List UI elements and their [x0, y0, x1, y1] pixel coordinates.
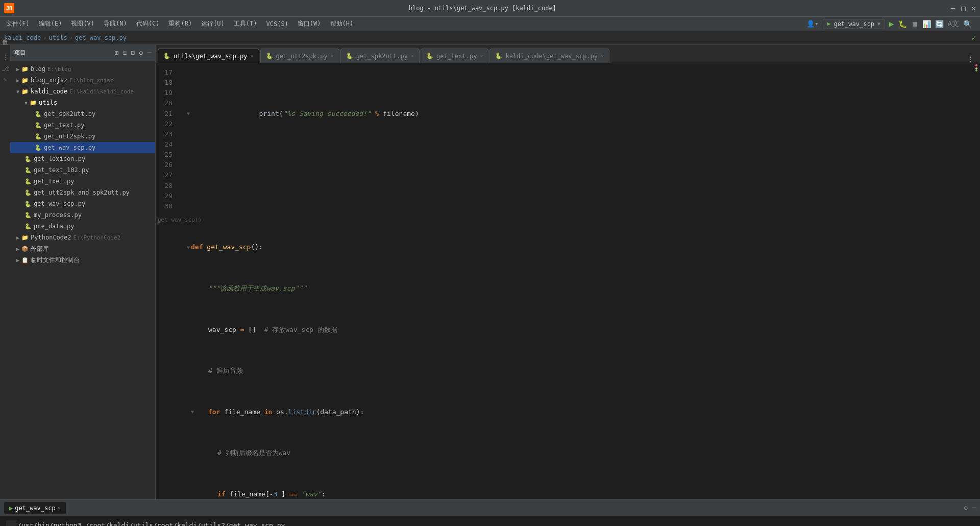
main-layout: 项目 ⋮ ⎇ ✎ 项目 ⊞ ≡ ⊟ ⚙ ─ ▶ 📁 blogE:\blog [0, 45, 980, 499]
project-label: 项目 [14, 49, 26, 57]
tree-item-blog[interactable]: ▶ 📁 blogE:\blog [10, 63, 155, 75]
tab-close-get-text[interactable]: ✕ [480, 53, 483, 59]
project-layout-icon[interactable]: ≡ [123, 49, 127, 57]
tree-item-blog-xnjsz[interactable]: ▶ 📁 blog_xnjszE:\blog_xnjsz [10, 75, 155, 86]
tree-item-get-wav-scp[interactable]: 🐍 get_wav_scp.py [10, 142, 155, 153]
code-line-18 [187, 160, 973, 170]
menu-code[interactable]: 代码(C) [132, 18, 164, 29]
menu-help[interactable]: 帮助(H) [326, 18, 358, 29]
menu-view[interactable]: 视图(V) [67, 18, 99, 29]
tree-item-my-process[interactable]: 🐍 my_process.py [10, 209, 155, 221]
tab-close-get-wav-scp[interactable]: ✕ [251, 53, 254, 59]
title-bar-right: ─ □ ✕ [951, 4, 976, 12]
menu-file[interactable]: 文件(F) [2, 18, 34, 29]
run-button[interactable]: ▶ [889, 19, 894, 29]
project-expand-all-icon[interactable]: ⊞ [115, 49, 119, 57]
translate-button[interactable]: A文 [948, 19, 959, 29]
run-config-dropdown[interactable]: ▶ get_wav_scp ▼ [823, 19, 885, 29]
tab-kaldi-code-get-wav-scp[interactable]: 🐍 kaldi_code\get_wav_scp.py ✕ [489, 49, 609, 63]
run-stop-button[interactable]: ⏹ [911, 20, 918, 28]
tree-item-get-utt2spk-spk2utt[interactable]: 🐍 get_utt2spk_and_spk2utt.py [10, 187, 155, 198]
tree-item-utils[interactable]: ▼ 📁 utils [10, 97, 155, 108]
bottom-tools-right: ⚙ ─ [964, 504, 976, 512]
tab-utils-get-wav-scp[interactable]: 🐍 utils\get_wav_scp.py ✕ [158, 49, 259, 63]
code-line-19 [187, 201, 973, 211]
breadcrumb-kaldi-code[interactable]: kaldi_code [4, 34, 41, 41]
code-editor[interactable]: ▼ print("%s Saving succeeded!" % filenam… [179, 63, 973, 499]
run-coverage-button[interactable]: 📊 [922, 20, 931, 28]
code-line-21: """该函数用于生成wav.scp""" [187, 283, 973, 294]
sidebar-todo-icon[interactable]: ✎ [4, 77, 7, 83]
gutter-error-marker [975, 64, 977, 66]
tab-get-spk2utt[interactable]: 🐍 get_spk2utt.py ✕ [340, 49, 420, 63]
tab-close-get-spk2utt[interactable]: ✕ [411, 53, 414, 59]
menu-nav[interactable]: 导航(N) [100, 18, 131, 29]
tab-close-get-utt2spk[interactable]: ✕ [331, 53, 334, 59]
tree-item-get-text-102[interactable]: 🐍 get_text_102.py [10, 164, 155, 176]
tree-item-get-txet[interactable]: 🐍 get_txet.py [10, 176, 155, 187]
settings-icon[interactable]: ⚙ [964, 504, 968, 512]
tree-item-pre-data[interactable]: 🐍 pre_data.py [10, 221, 155, 232]
share-icon[interactable]: 👤▾ [806, 20, 819, 28]
project-settings-icon[interactable]: ⚙ [139, 49, 143, 57]
tree-item-pythoncode2[interactable]: ▶ 📁 PythonCode2E:\PythonCode2 [10, 232, 155, 243]
tree-item-get-spk2utt[interactable]: 🐍 get_spk2utt.py [10, 108, 155, 119]
tree-item-get-text[interactable]: 🐍 get_text.py [10, 119, 155, 131]
menu-window[interactable]: 窗口(W) [293, 18, 325, 29]
tab-bar: 🐍 utils\get_wav_scp.py ✕ 🐍 get_utt2spk.p… [156, 45, 980, 63]
left-panel: 项目 ⊞ ≡ ⊟ ⚙ ─ ▶ 📁 blogE:\blog ▶ 📁 blog_xn… [10, 45, 156, 499]
tree-item-scratches[interactable]: ▶ 📋 临时文件和控制台 [10, 254, 155, 266]
terminal-content: ▶ 🔧 ⏹ ⏸ 📋 ⊞ 📌 ↓ /usr/bin/python3 /root/k… [0, 516, 980, 526]
project-hide-icon[interactable]: ─ [147, 49, 151, 57]
menu-run[interactable]: 运行(U) [197, 18, 229, 29]
tab-overflow-button[interactable]: ⋮ [963, 55, 978, 63]
window-title: blog - utils\get_wav_scp.py [kaldi_code] [409, 5, 556, 12]
menu-refactor[interactable]: 重构(R) [164, 18, 196, 29]
menu-edit[interactable]: 编辑(E) [35, 18, 66, 29]
file-tree: ▶ 📁 blogE:\blog ▶ 📁 blog_xnjszE:\blog_xn… [10, 61, 155, 499]
hide-panel-icon[interactable]: ─ [972, 504, 976, 512]
code-line-25: # 判断后缀名是否为wav [187, 448, 973, 458]
minimize-button[interactable]: ─ [951, 4, 955, 12]
bottom-tab-run[interactable]: ▶ get_wav_scp ✕ [4, 502, 66, 514]
code-line-26: if file_name[-3 ] == "wav": [187, 489, 973, 499]
tree-item-get-wav-scp-root[interactable]: 🐍 get_wav_scp.py [10, 198, 155, 209]
sidebar-vcs-icon[interactable]: ⎇ [2, 65, 9, 73]
run-tab-icon: ▶ [9, 505, 13, 512]
close-button[interactable]: ✕ [972, 4, 976, 12]
breadcrumb-utils[interactable]: utils [48, 34, 67, 41]
code-line-20: ▼ def get_wav_scp(): [187, 242, 973, 252]
title-bar-center: blog - utils\get_wav_scp.py [kaldi_code] [14, 5, 951, 12]
code-line-23: # 遍历音频 [187, 366, 973, 376]
gutter-ok-marker [975, 69, 977, 71]
run-tab-close[interactable]: ✕ [58, 505, 61, 511]
file-status-ok-icon: ✓ [972, 34, 976, 42]
project-header: 项目 ⊞ ≡ ⊟ ⚙ ─ [10, 45, 155, 61]
tree-item-get-lexicon[interactable]: 🐍 get_lexicon.py [10, 153, 155, 164]
terminal-line-1: /usr/bin/python3 /root/kaldi/utils/root/… [17, 520, 974, 526]
left-sidebar: 项目 ⋮ ⎇ ✎ [0, 45, 10, 499]
code-and-gutter: 17 18 19 20 21 22 23 24 25 26 27 28 29 3… [156, 63, 980, 499]
run-reload-button[interactable]: 🔄 [935, 20, 944, 28]
line-numbers: 17 18 19 20 21 22 23 24 25 26 27 28 29 3… [156, 63, 179, 499]
maximize-button[interactable]: □ [961, 4, 965, 12]
right-gutter [973, 63, 980, 499]
code-content: 17 18 19 20 21 22 23 24 25 26 27 28 29 3… [156, 63, 973, 499]
tree-item-kaldi-code[interactable]: ▼ 📁 kaldi_codeE:\kaldi\kaldi_code [10, 86, 155, 97]
menu-bar: 文件(F) 编辑(E) 视图(V) 导航(N) 代码(C) 重构(R) 运行(U… [0, 16, 980, 31]
menu-tools[interactable]: 工具(T) [230, 18, 261, 29]
tab-get-text[interactable]: 🐍 get_text.py ✕ [421, 49, 489, 63]
project-collapse-all-icon[interactable]: ⊟ [131, 49, 135, 57]
debug-button[interactable]: 🐛 [898, 20, 907, 28]
terminal-text[interactable]: /usr/bin/python3 /root/kaldi/utils/root/… [17, 520, 974, 526]
tab-close-kaldi-get-wav-scp[interactable]: ✕ [601, 53, 604, 59]
menu-vcs[interactable]: VCS(S) [262, 19, 292, 29]
run-tab-label: get_wav_scp [15, 505, 55, 512]
tab-get-utt2spk[interactable]: 🐍 get_utt2spk.py ✕ [260, 49, 339, 63]
tree-item-get-utt2spk[interactable]: 🐍 get_utt2spk.py [10, 131, 155, 142]
breadcrumb-file[interactable]: get_wav_scp.py [75, 34, 127, 41]
code-area: 🐍 utils\get_wav_scp.py ✕ 🐍 get_utt2spk.p… [156, 45, 980, 499]
sidebar-structure-icon[interactable]: ⋮ [2, 53, 9, 61]
search-everywhere-button[interactable]: 🔍 [963, 20, 972, 28]
tree-item-external-libs[interactable]: ▶ 📦 外部库 [10, 243, 155, 254]
